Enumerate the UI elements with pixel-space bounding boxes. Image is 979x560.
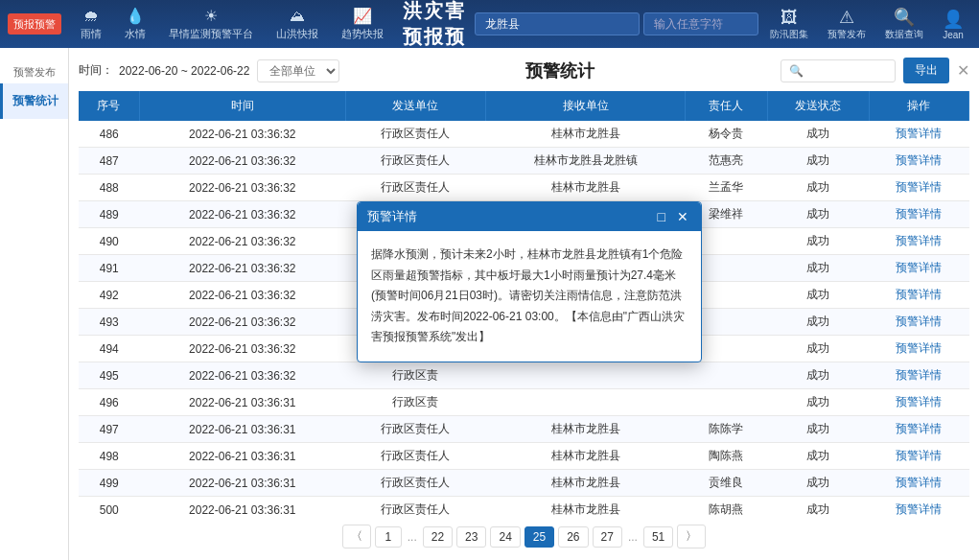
- table-cell-5: 成功: [767, 255, 869, 282]
- pagination-page-22[interactable]: 22: [423, 526, 453, 548]
- pagination-page-25[interactable]: 25: [524, 526, 554, 548]
- table-cell-2: 行政区责: [345, 389, 485, 416]
- warning-detail-link[interactable]: 预警详情: [896, 288, 942, 301]
- table-cell-3: 桂林市龙胜县: [485, 416, 686, 443]
- pagination-page-27[interactable]: 27: [593, 526, 622, 548]
- nav-items: 🌧 雨情 💧 水情 ☀ 旱情监测预警平台 ⛰ 山洪快报 📈 趋势快报: [71, 3, 393, 45]
- nav-search-input[interactable]: [643, 12, 758, 35]
- table-cell-3: [485, 389, 686, 416]
- nav-item-drought-label: 旱情监测预警平台: [169, 27, 253, 41]
- table-cell-action: 预警详情: [869, 470, 968, 497]
- table-cell-5: 成功: [767, 282, 869, 309]
- table-row: 4882022-06-21 03:36:32行政区责任人桂林市龙胜县兰孟华成功预…: [79, 175, 969, 201]
- nav-fangxun-btn[interactable]: 🖼 防汛图集: [762, 6, 816, 43]
- col-sender: 发送单位: [345, 91, 485, 121]
- table-cell-1: 2022-06-21 03:36:31: [139, 497, 345, 518]
- table-row: 4972022-06-21 03:36:31行政区责任人桂林市龙胜县陈陈学成功预…: [79, 416, 969, 443]
- content-search-input[interactable]: [781, 59, 896, 82]
- warning-detail-link[interactable]: 预警详情: [896, 502, 942, 516]
- main-container: 预警发布 预警统计 时间： 2022-06-20 ~ 2022-06-22 全部…: [0, 48, 979, 560]
- table-cell-1: 2022-06-21 03:36:32: [139, 175, 345, 201]
- table-cell-1: 2022-06-21 03:36:31: [139, 443, 345, 470]
- warning-detail-link[interactable]: 预警详情: [896, 341, 942, 355]
- table-cell-1: 2022-06-21 03:36:32: [139, 255, 345, 282]
- table-cell-action: 预警详情: [869, 389, 968, 416]
- warning-detail-link[interactable]: 预警详情: [896, 127, 942, 140]
- nav-logo: 预报预警: [8, 13, 61, 35]
- warning-detail-link[interactable]: 预警详情: [896, 395, 942, 408]
- table-cell-2: 行政区责任人: [345, 497, 485, 518]
- table-cell-1: 2022-06-21 03:36:31: [139, 470, 345, 497]
- table-cell-action: 预警详情: [869, 416, 968, 443]
- table-cell-3: 桂林市龙胜县: [485, 443, 686, 470]
- col-person: 责任人: [686, 91, 767, 121]
- pagination-prev[interactable]: 〈: [342, 525, 371, 548]
- warning-detail-link[interactable]: 预警详情: [896, 234, 942, 247]
- data-label: 数据查询: [885, 28, 923, 41]
- nav-item-rain[interactable]: 🌧 雨情: [71, 4, 111, 45]
- nav-warning-btn[interactable]: ⚠ 预警发布: [820, 5, 874, 43]
- pagination-next[interactable]: 〉: [677, 525, 706, 548]
- warning-detail-link[interactable]: 预警详情: [896, 207, 942, 221]
- table-cell-4: [686, 389, 767, 416]
- table-cell-action: 预警详情: [869, 228, 968, 255]
- water-icon: 💧: [126, 7, 145, 25]
- warning-detail-link[interactable]: 预警详情: [896, 180, 942, 194]
- table-cell-5: 成功: [767, 336, 869, 362]
- table-cell-3: 桂林市龙胜县: [485, 121, 686, 148]
- nav-item-flood[interactable]: ⛰ 山洪快报: [267, 4, 328, 45]
- nav-item-water[interactable]: 💧 水情: [115, 3, 155, 45]
- table-cell-2: 行政区责: [345, 362, 485, 389]
- table-cell-1: 2022-06-21 03:36:32: [139, 336, 345, 362]
- table-cell-5: 成功: [767, 175, 869, 201]
- table-cell-3: 桂林市龙胜县: [485, 470, 686, 497]
- warning-detail-link[interactable]: 预警详情: [896, 368, 942, 382]
- sidebar-item-warning-stats[interactable]: 预警统计: [0, 83, 68, 119]
- table-cell-5: 成功: [767, 362, 869, 389]
- county-input[interactable]: [475, 12, 640, 35]
- warning-detail-link[interactable]: 预警详情: [896, 153, 942, 167]
- time-range-label: 时间： 2022-06-20 ~ 2022-06-22: [79, 62, 249, 79]
- pagination-page-51[interactable]: 51: [643, 526, 673, 548]
- table-cell-0: 490: [79, 228, 139, 255]
- nav-right: 🖼 防汛图集 ⚠ 预警发布 🔍 数据查询 👤 Jean: [475, 5, 971, 43]
- unit-select[interactable]: 全部单位: [257, 59, 339, 82]
- table-cell-1: 2022-06-21 03:36:32: [139, 362, 345, 389]
- table-cell-5: 成功: [767, 121, 869, 148]
- close-button[interactable]: ✕: [957, 61, 969, 80]
- nav-item-trend[interactable]: 📈 趋势快报: [332, 3, 393, 45]
- rain-icon: 🌧: [83, 8, 99, 25]
- modal-minimize-button[interactable]: □: [655, 209, 668, 224]
- table-cell-1: 2022-06-21 03:36:32: [139, 148, 345, 175]
- export-button[interactable]: 导出: [903, 58, 949, 83]
- content-title: 预警统计: [339, 59, 781, 82]
- warning-detail-link[interactable]: 预警详情: [896, 476, 942, 489]
- table-cell-2: 行政区责任人: [345, 443, 485, 470]
- content-header: 时间： 2022-06-20 ~ 2022-06-22 全部单位 预警统计 导出…: [79, 58, 969, 83]
- pagination-page-24[interactable]: 24: [490, 526, 520, 548]
- col-action: 操作: [869, 91, 968, 121]
- warning-detail-link[interactable]: 预警详情: [896, 422, 942, 435]
- nav-item-water-label: 水情: [125, 27, 146, 41]
- col-receiver: 接收单位: [485, 91, 686, 121]
- table-cell-0: 497: [79, 416, 139, 443]
- pagination-page-26[interactable]: 26: [558, 526, 588, 548]
- ellipsis-right: ...: [626, 530, 640, 544]
- col-id: 序号: [79, 91, 139, 121]
- warning-detail-link[interactable]: 预警详情: [896, 449, 942, 462]
- table-cell-4: 范惠亮: [686, 148, 767, 175]
- warning-detail-modal: 预警详情 □ ✕ 据降水预测，预计未来2小时，桂林市龙胜县龙胜镇有1个危险区雨量…: [357, 201, 702, 362]
- nav-item-flood-label: 山洪快报: [276, 27, 318, 41]
- pagination-page-23[interactable]: 23: [456, 526, 486, 548]
- table-cell-1: 2022-06-21 03:36:32: [139, 201, 345, 228]
- pagination-page-1[interactable]: 1: [375, 526, 402, 548]
- table-cell-4: 杨令贵: [686, 121, 767, 148]
- modal-close-button[interactable]: ✕: [674, 209, 691, 224]
- warning-detail-link[interactable]: 预警详情: [896, 315, 942, 328]
- table-row: 4982022-06-21 03:36:31行政区责任人桂林市龙胜县陶陈燕成功预…: [79, 443, 969, 470]
- nav-user-btn[interactable]: 👤 Jean: [935, 7, 971, 42]
- nav-data-btn[interactable]: 🔍 数据查询: [877, 5, 931, 43]
- table-cell-5: 成功: [767, 228, 869, 255]
- nav-item-drought[interactable]: ☀ 旱情监测预警平台: [159, 3, 263, 45]
- warning-detail-link[interactable]: 预警详情: [896, 261, 942, 274]
